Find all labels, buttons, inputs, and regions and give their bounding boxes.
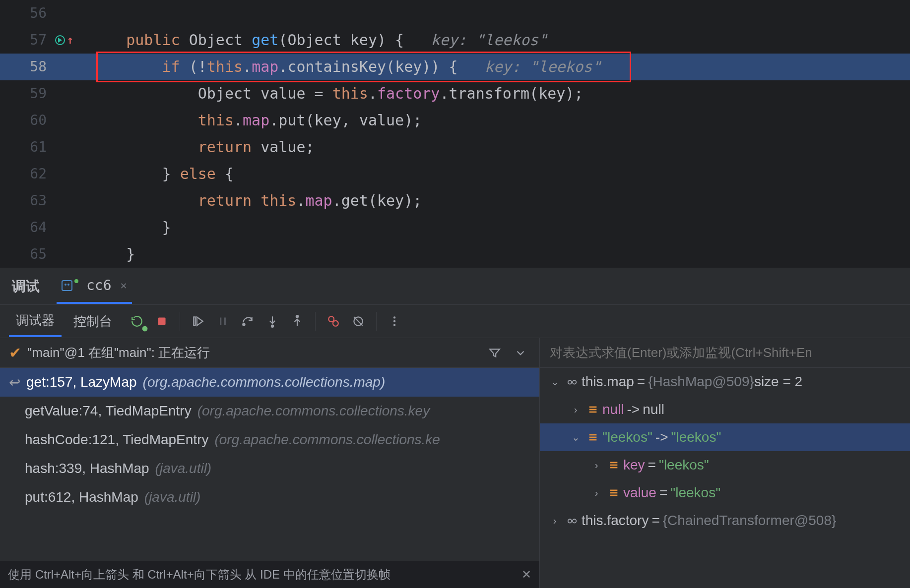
frames-list[interactable]: ↩get:157, LazyMap (org.apache.commons.co… — [0, 368, 539, 588]
frame-signature: hash:339, HashMap — [25, 461, 149, 476]
step-out-button[interactable] — [287, 311, 307, 331]
line-number: 57↑ — [0, 27, 56, 54]
mute-breakpoints-button[interactable] — [348, 311, 368, 331]
var-value: null — [643, 402, 664, 417]
close-icon[interactable]: ✕ — [117, 279, 127, 292]
svg-rect-19 — [589, 439, 597, 441]
variable-node[interactable]: ›key = "leekos" — [540, 451, 910, 479]
thread-status-icon: ✔ — [9, 344, 21, 361]
frame-package: (org.apache.commons.collections.ke — [214, 432, 440, 448]
tab-debugger[interactable]: 调试器 — [9, 305, 62, 337]
expand-icon[interactable]: ⌄ — [550, 376, 560, 388]
run-config-name: cc6 — [86, 277, 112, 294]
code-content[interactable]: Object value = this.factory.transform(ke… — [56, 80, 910, 107]
variable-node[interactable]: ›this.factory = {ChainedTransformer@508} — [540, 507, 910, 534]
var-name: this.map — [582, 374, 634, 390]
variable-node[interactable]: ›value = "leekos" — [540, 479, 910, 507]
field-icon — [587, 404, 598, 415]
code-editor[interactable]: 5657↑ public Object get(Object key) { ke… — [0, 0, 910, 268]
svg-point-5 — [296, 315, 298, 317]
line-number: 59 — [0, 80, 56, 107]
code-line[interactable]: 61 return value; — [0, 134, 910, 161]
separator — [315, 312, 316, 331]
expand-icon[interactable]: › — [591, 460, 601, 471]
stack-frame[interactable]: hash:339, HashMap (java.util) — [0, 454, 539, 483]
code-content[interactable]: return this.map.get(key); — [56, 187, 910, 214]
var-name: key — [623, 457, 645, 473]
expand-icon[interactable]: › — [591, 487, 601, 499]
view-breakpoints-button[interactable] — [324, 311, 343, 331]
variable-node[interactable]: ⌄this.map = {HashMap@509} size = 2 — [540, 368, 910, 396]
step-into-button[interactable] — [262, 311, 282, 331]
expand-icon[interactable]: ⌄ — [571, 431, 581, 443]
svg-point-13 — [573, 380, 576, 384]
svg-rect-21 — [610, 465, 618, 466]
variable-node[interactable]: ›null -> null — [540, 396, 910, 423]
stack-frame[interactable]: put:612, HashMap (java.util) — [0, 483, 539, 512]
rerun-button[interactable] — [127, 311, 147, 331]
code-content[interactable]: if (!this.map.containsKey(key)) { key: "… — [56, 54, 910, 80]
code-line[interactable]: 60 this.map.put(key, value); — [0, 107, 910, 134]
svg-point-9 — [393, 316, 395, 318]
tab-console[interactable]: 控制台 — [66, 305, 119, 337]
variable-node[interactable]: ⌄"leekos" -> "leekos" — [540, 423, 910, 451]
stop-button[interactable] — [152, 311, 172, 331]
code-line[interactable]: 65 } — [0, 241, 910, 268]
filter-icon[interactable] — [485, 343, 505, 363]
resume-button[interactable] — [188, 311, 208, 331]
frame-signature: get:157, LazyMap — [26, 374, 137, 390]
svg-rect-20 — [610, 462, 618, 464]
separator — [180, 312, 180, 331]
var-name: this.factory — [582, 513, 649, 529]
svg-rect-18 — [589, 437, 597, 438]
chevron-down-icon[interactable] — [511, 343, 530, 363]
svg-rect-24 — [610, 492, 618, 494]
field-icon — [587, 432, 598, 443]
code-content[interactable]: return value; — [56, 134, 910, 161]
svg-point-10 — [393, 320, 395, 322]
code-line[interactable]: 62 } else { — [0, 161, 910, 187]
stack-frame[interactable]: getValue:74, TiedMapEntry (org.apache.co… — [0, 397, 539, 425]
pause-button[interactable] — [213, 311, 233, 331]
frame-package: (org.apache.commons.collections.map) — [143, 374, 386, 390]
code-line[interactable]: 59 Object value = this.factory.transform… — [0, 80, 910, 107]
svg-rect-17 — [589, 434, 597, 436]
step-over-button[interactable] — [238, 311, 258, 331]
evaluate-expression-input[interactable] — [549, 345, 901, 361]
code-line[interactable]: 56 — [0, 0, 910, 27]
code-line[interactable]: 63 return this.map.get(key); — [0, 187, 910, 214]
var-value: "leekos" — [659, 457, 709, 473]
debug-tool-window-header: 调试 cc6 ✕ — [0, 268, 910, 304]
code-line[interactable]: 64 } — [0, 214, 910, 241]
frames-hint-bar: 使用 Ctrl+Alt+向上箭头 和 Ctrl+Alt+向下箭头 从 IDE 中… — [0, 561, 539, 588]
variables-tree[interactable]: ⌄this.map = {HashMap@509} size = 2›null … — [540, 368, 910, 588]
code-content[interactable]: } else { — [56, 161, 910, 187]
var-name: null — [602, 402, 624, 417]
frames-header: ✔ "main"@1 在组"main": 正在运行 — [0, 338, 539, 368]
field-icon — [608, 487, 619, 498]
code-content[interactable]: this.map.put(key, value); — [56, 107, 910, 134]
code-content[interactable]: } — [56, 214, 910, 241]
close-icon[interactable]: ✕ — [521, 568, 531, 582]
code-line[interactable]: 58 if (!this.map.containsKey(key)) { key… — [0, 54, 910, 80]
run-config-tab[interactable]: cc6 ✕ — [57, 269, 132, 304]
code-line[interactable]: 57↑ public Object get(Object key) { key:… — [0, 27, 910, 54]
code-content[interactable]: public Object get(Object key) { key: "le… — [56, 27, 910, 54]
svg-point-11 — [393, 324, 395, 326]
frame-package: (java.util) — [155, 461, 212, 476]
field-icon — [608, 460, 619, 470]
expand-icon[interactable]: › — [550, 515, 560, 527]
frame-signature: getValue:74, TiedMapEntry — [25, 403, 192, 419]
var-extra: size = 2 — [754, 374, 802, 390]
line-number: 63 — [0, 187, 56, 214]
frame-package: (org.apache.commons.collections.key — [197, 403, 430, 419]
stack-frame[interactable]: hashCode:121, TiedMapEntry (org.apache.c… — [0, 425, 539, 454]
variables-panel: ⌄this.map = {HashMap@509} size = 2›null … — [540, 338, 910, 588]
more-button[interactable] — [385, 311, 404, 331]
svg-rect-1 — [158, 317, 165, 325]
stack-frame[interactable]: ↩get:157, LazyMap (org.apache.commons.co… — [0, 368, 539, 397]
expand-icon[interactable]: › — [571, 404, 581, 415]
svg-point-0 — [142, 326, 148, 332]
thread-label[interactable]: "main"@1 在组"main": 正在运行 — [27, 344, 210, 361]
code-content[interactable]: } — [56, 241, 910, 268]
